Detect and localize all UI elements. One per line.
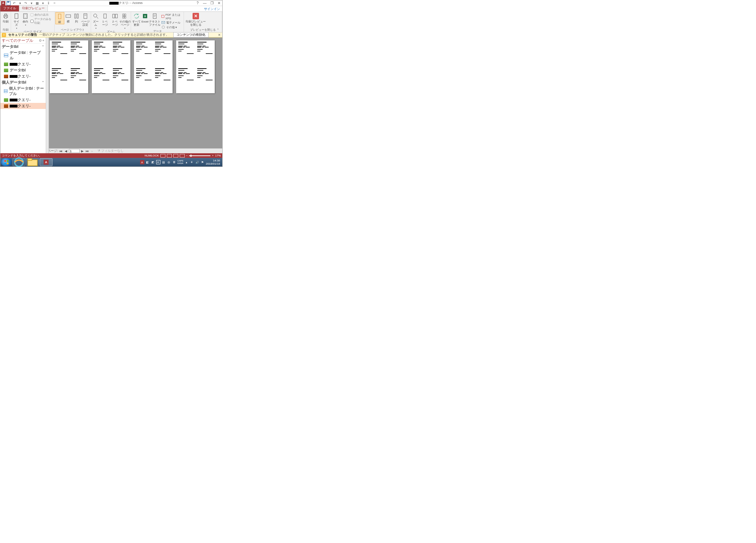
excel-button[interactable]: X Excel [141,12,149,24]
tray-action-center-icon[interactable]: ⚑ [200,160,205,164]
size-button[interactable]: サイズ▾ [12,12,21,30]
report-icon [4,104,8,108]
collapse-group-icon[interactable]: ⌃ [42,45,44,48]
numlock-indicator: NUMLOCK [145,154,159,157]
next-page-icon[interactable]: ▶ [80,149,85,153]
save-icon[interactable] [6,1,11,6]
restore-icon[interactable]: ❐ [209,1,214,6]
page-number-input[interactable] [69,149,80,153]
nav-collapse-icon[interactable]: « [43,39,44,42]
prev-page-icon[interactable]: ◀ [64,149,68,153]
svg-point-15 [94,14,97,17]
taskbar-ie-icon[interactable] [13,158,25,166]
view-report-icon[interactable] [160,154,165,158]
last-page-icon[interactable]: ⏭ [85,149,90,153]
pdf-xps-button[interactable]: PDF または XPS [161,13,183,20]
preview-page [92,40,130,93]
nav-group-header[interactable]: 個人データtbl⌃ [0,79,46,85]
email-button[interactable]: 電子メール [161,20,183,25]
nav-header[interactable]: すべてのテーブル ⊙ « [0,38,46,44]
page-size-icon [13,13,20,20]
nav-item[interactable]: データtbl : テーブル [0,50,46,61]
text-file-button[interactable]: テキスト ファイル [149,12,160,27]
minimize-icon[interactable]: — [202,1,207,6]
tray-icon-7[interactable]: ⛨ [172,160,176,164]
nav-item[interactable]: クエリ- [0,73,46,79]
landscape-button[interactable]: 横 [64,12,73,24]
svg-line-16 [97,17,99,19]
access-app-icon[interactable]: A [1,1,5,5]
nav-item[interactable]: データtbl [0,67,46,73]
taskbar-explorer-icon[interactable] [26,158,39,166]
svg-rect-3 [5,14,7,15]
tray-icon-3[interactable]: ◩ [151,160,155,164]
tray-icon-5[interactable]: ▤ [161,160,166,164]
tray-network-icon[interactable]: ⚘ [190,160,194,164]
svg-rect-19 [115,14,117,18]
svg-rect-9 [66,15,71,18]
collapse-ribbon-icon[interactable]: ＾ [215,27,220,32]
taskbar-access-icon[interactable]: A [40,158,53,166]
one-page-button[interactable]: 1 ページ [100,12,110,27]
close-security-bar-icon[interactable]: ✕ [218,33,221,37]
nav-item[interactable]: クエリ- [0,103,46,109]
ribbon: 印刷 印刷 サイズ▾ 余白▾ 余白の表示 データのみを印刷 ペ [0,12,222,33]
tray-icon-6[interactable]: ◎ [167,160,171,164]
zoom-button[interactable]: ズーム▾ [92,12,100,30]
tray-ime-indicator[interactable]: CAPSKANA [178,160,183,165]
ribbon-group-page-size: サイズ▾ 余白▾ 余白の表示 データのみを印刷 ページ サイズ [11,12,55,32]
print-button[interactable]: 印刷 [1,12,10,24]
first-page-icon[interactable]: ⏮ [59,149,63,153]
two-pages-icon [111,13,119,20]
tab-print-preview[interactable]: 印刷プレビュー [19,5,48,11]
new-page-icon[interactable]: ▸ [90,149,95,153]
taskbar-clock[interactable]: 14:36 2018/01/18 [206,159,220,165]
qat-more-icon[interactable]: ＝ [52,1,57,6]
page-setup-button[interactable]: ページ 設定 [81,12,90,27]
svg-rect-30 [161,15,164,18]
view-print-icon[interactable] [167,154,172,158]
portrait-button[interactable]: 縦 [55,12,64,24]
zoom-slider[interactable] [189,155,210,156]
refresh-all-button[interactable]: すべて 更新 [132,12,141,27]
help-icon[interactable]: ? [195,1,200,6]
window-title: クエリ- - Access [57,1,195,5]
collapse-group-icon[interactable]: ⌃ [42,81,44,84]
preview-pages[interactable] [46,38,222,148]
object-tab-strip[interactable] [46,38,49,153]
other-pages-button[interactable]: その他の ページ▾ [120,12,130,30]
undo-icon[interactable]: ↶ [12,1,17,6]
other-export-button[interactable]: その他 ▾ [161,25,183,29]
close-window-icon[interactable]: ✕ [217,1,222,6]
filter-icon: ⧩ [98,149,100,153]
nav-group-header[interactable]: データtbl⌃ [0,44,46,50]
nav-item[interactable]: クエリ- [0,97,46,103]
view-layout-icon[interactable] [173,154,178,158]
zoom-in-icon[interactable]: + [212,154,214,157]
tray-icon-2[interactable]: ◧ [145,160,150,164]
app-window: A ↶ ▾ ↷ ▾ ▦ ▾ ↧ ＝ クエリ- - Access ? — ❐ ✕ … [0,0,223,167]
show-margins-checkbox[interactable]: 余白の表示 [30,13,54,17]
margins-icon [22,13,29,20]
filter-indicator: ⧩フィルターなし [98,149,124,153]
margins-button[interactable]: 余白▾ [21,12,30,26]
signin-link[interactable]: サインイン [204,7,222,11]
close-preview-button[interactable]: ✕ 印刷プレビュー を閉じる [185,12,207,27]
tray-show-hidden-icon[interactable]: ▴ [184,160,189,164]
nav-item[interactable]: 個人データtbl : テーブル [0,85,46,97]
data-only-checkbox[interactable]: データのみを印刷 [30,17,54,25]
columns-button[interactable]: 列 [73,12,81,24]
two-pages-button[interactable]: 2 ページ [110,12,120,27]
tab-file[interactable]: ファイル [0,5,19,11]
tray-access-icon[interactable]: A [140,160,144,164]
report-icon [4,75,8,78]
nav-item[interactable]: クエリ- [0,61,46,67]
start-button[interactable] [1,158,12,166]
view-design-icon[interactable] [180,154,185,158]
nav-dropdown-icon[interactable]: ⊙ [39,39,42,42]
zoom-percent[interactable]: 17% [215,154,221,157]
page-nav-label: ページ: [48,149,58,153]
tray-icon-4[interactable]: R [156,160,160,164]
zoom-out-icon[interactable]: − [186,154,188,157]
tray-volume-icon[interactable]: 🔊 [195,160,199,164]
